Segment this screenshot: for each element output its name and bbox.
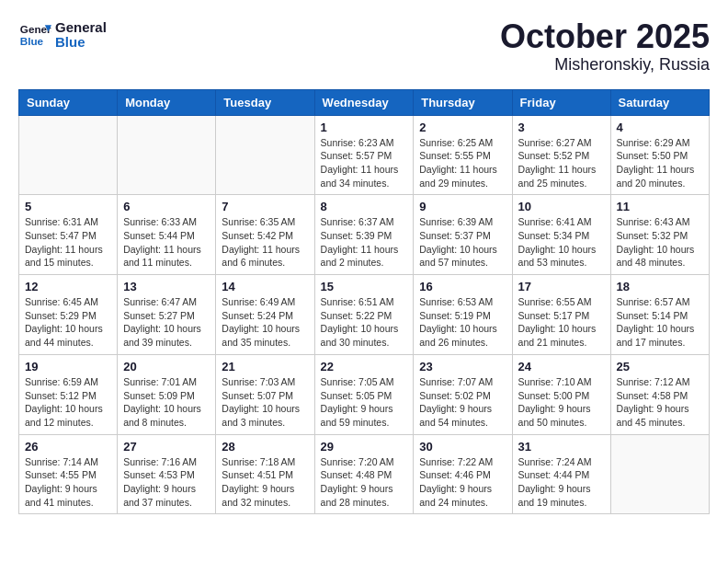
day-number: 2 [419, 121, 506, 134]
day-info: Sunrise: 6:59 AM Sunset: 5:12 PM Dayligh… [25, 375, 111, 430]
day-info: Sunrise: 6:41 AM Sunset: 5:34 PM Dayligh… [518, 215, 605, 270]
day-info: Sunrise: 6:27 AM Sunset: 5:52 PM Dayligh… [518, 136, 605, 190]
day-info: Sunrise: 6:57 AM Sunset: 5:14 PM Dayligh… [617, 295, 703, 350]
day-info: Sunrise: 6:43 AM Sunset: 5:32 PM Dayligh… [617, 215, 703, 270]
table-row: 6Sunrise: 6:33 AM Sunset: 5:44 PM Daylig… [118, 195, 216, 275]
table-row: 1Sunrise: 6:23 AM Sunset: 5:57 PM Daylig… [314, 115, 414, 195]
day-number: 22 [321, 360, 408, 373]
day-info: Sunrise: 6:47 AM Sunset: 5:27 PM Dayligh… [123, 295, 210, 350]
day-info: Sunrise: 6:55 AM Sunset: 5:17 PM Dayligh… [518, 295, 605, 350]
table-row: 30Sunrise: 7:22 AM Sunset: 4:46 PM Dayli… [414, 434, 512, 514]
calendar-week-row: 26Sunrise: 7:14 AM Sunset: 4:55 PM Dayli… [19, 434, 710, 514]
day-info: Sunrise: 7:18 AM Sunset: 4:51 PM Dayligh… [222, 455, 308, 510]
calendar-week-row: 1Sunrise: 6:23 AM Sunset: 5:57 PM Daylig… [19, 115, 710, 195]
day-number: 29 [321, 440, 408, 454]
day-number: 14 [222, 280, 308, 293]
day-info: Sunrise: 6:39 AM Sunset: 5:37 PM Dayligh… [419, 215, 506, 270]
calendar-body: 1Sunrise: 6:23 AM Sunset: 5:57 PM Daylig… [19, 115, 710, 514]
calendar-header-row: Sunday Monday Tuesday Wednesday Thursday… [19, 89, 710, 115]
header-saturday: Saturday [610, 89, 709, 115]
header-monday: Monday [118, 89, 216, 115]
location: Misheronskiy, Russia [500, 55, 710, 75]
day-number: 18 [617, 280, 703, 293]
table-row: 23Sunrise: 7:07 AM Sunset: 5:02 PM Dayli… [414, 354, 512, 434]
logo-line1: General [55, 20, 107, 36]
table-row: 11Sunrise: 6:43 AM Sunset: 5:32 PM Dayli… [610, 195, 709, 275]
header-tuesday: Tuesday [216, 89, 314, 115]
day-info: Sunrise: 6:49 AM Sunset: 5:24 PM Dayligh… [222, 295, 308, 350]
day-number: 19 [25, 360, 111, 373]
table-row: 9Sunrise: 6:39 AM Sunset: 5:37 PM Daylig… [414, 195, 512, 275]
table-row: 20Sunrise: 7:01 AM Sunset: 5:09 PM Dayli… [118, 354, 216, 434]
day-number: 12 [25, 280, 111, 293]
table-row: 12Sunrise: 6:45 AM Sunset: 5:29 PM Dayli… [19, 275, 118, 355]
day-number: 11 [617, 200, 703, 213]
table-row: 7Sunrise: 6:35 AM Sunset: 5:42 PM Daylig… [216, 195, 314, 275]
day-info: Sunrise: 7:14 AM Sunset: 4:55 PM Dayligh… [25, 455, 111, 510]
table-row: 8Sunrise: 6:37 AM Sunset: 5:39 PM Daylig… [314, 195, 414, 275]
table-row: 28Sunrise: 7:18 AM Sunset: 4:51 PM Dayli… [216, 434, 314, 514]
table-row: 3Sunrise: 6:27 AM Sunset: 5:52 PM Daylig… [512, 115, 610, 195]
table-row: 27Sunrise: 7:16 AM Sunset: 4:53 PM Dayli… [118, 434, 216, 514]
table-row: 10Sunrise: 6:41 AM Sunset: 5:34 PM Dayli… [512, 195, 610, 275]
table-row: 19Sunrise: 6:59 AM Sunset: 5:12 PM Dayli… [19, 354, 118, 434]
day-number: 31 [518, 440, 605, 454]
calendar-week-row: 19Sunrise: 6:59 AM Sunset: 5:12 PM Dayli… [19, 354, 710, 434]
day-info: Sunrise: 7:10 AM Sunset: 5:00 PM Dayligh… [518, 375, 605, 430]
calendar-week-row: 12Sunrise: 6:45 AM Sunset: 5:29 PM Dayli… [19, 275, 710, 355]
table-row: 16Sunrise: 6:53 AM Sunset: 5:19 PM Dayli… [414, 275, 512, 355]
day-info: Sunrise: 6:37 AM Sunset: 5:39 PM Dayligh… [321, 215, 408, 270]
calendar-table: Sunday Monday Tuesday Wednesday Thursday… [18, 89, 710, 515]
header-sunday: Sunday [19, 89, 118, 115]
day-info: Sunrise: 6:53 AM Sunset: 5:19 PM Dayligh… [419, 295, 506, 350]
day-number: 24 [518, 360, 605, 373]
table-row: 2Sunrise: 6:25 AM Sunset: 5:55 PM Daylig… [414, 115, 512, 195]
table-row: 4Sunrise: 6:29 AM Sunset: 5:50 PM Daylig… [610, 115, 709, 195]
svg-text:General: General [20, 23, 51, 35]
table-row [19, 115, 118, 195]
logo-line2: Blue [55, 35, 107, 51]
day-number: 23 [419, 360, 506, 373]
day-number: 1 [321, 121, 408, 134]
day-info: Sunrise: 6:29 AM Sunset: 5:50 PM Dayligh… [617, 136, 703, 190]
day-number: 10 [518, 200, 605, 213]
day-info: Sunrise: 6:35 AM Sunset: 5:42 PM Dayligh… [222, 215, 308, 270]
table-row: 14Sunrise: 6:49 AM Sunset: 5:24 PM Dayli… [216, 275, 314, 355]
table-row [610, 434, 709, 514]
day-number: 26 [25, 440, 111, 454]
day-number: 4 [617, 121, 703, 134]
table-row: 17Sunrise: 6:55 AM Sunset: 5:17 PM Dayli… [512, 275, 610, 355]
day-number: 21 [222, 360, 308, 373]
day-number: 7 [222, 200, 308, 213]
day-info: Sunrise: 7:05 AM Sunset: 5:05 PM Dayligh… [321, 375, 408, 430]
day-info: Sunrise: 6:25 AM Sunset: 5:55 PM Dayligh… [419, 136, 506, 190]
day-info: Sunrise: 7:16 AM Sunset: 4:53 PM Dayligh… [123, 455, 210, 510]
day-info: Sunrise: 7:07 AM Sunset: 5:02 PM Dayligh… [419, 375, 506, 430]
header-wednesday: Wednesday [314, 89, 414, 115]
day-info: Sunrise: 6:23 AM Sunset: 5:57 PM Dayligh… [321, 136, 408, 190]
day-number: 16 [419, 280, 506, 293]
day-info: Sunrise: 6:31 AM Sunset: 5:47 PM Dayligh… [25, 215, 111, 270]
day-number: 17 [518, 280, 605, 293]
table-row [216, 115, 314, 195]
page-header: General Blue General Blue October 2025 M… [18, 18, 710, 75]
day-number: 28 [222, 440, 308, 454]
table-row: 21Sunrise: 7:03 AM Sunset: 5:07 PM Dayli… [216, 354, 314, 434]
table-row: 18Sunrise: 6:57 AM Sunset: 5:14 PM Dayli… [610, 275, 709, 355]
day-info: Sunrise: 6:33 AM Sunset: 5:44 PM Dayligh… [123, 215, 210, 270]
day-number: 5 [25, 200, 111, 213]
header-friday: Friday [512, 89, 610, 115]
day-number: 20 [123, 360, 210, 373]
svg-text:Blue: Blue [20, 35, 44, 47]
day-info: Sunrise: 7:24 AM Sunset: 4:44 PM Dayligh… [518, 455, 605, 510]
table-row: 22Sunrise: 7:05 AM Sunset: 5:05 PM Dayli… [314, 354, 414, 434]
header-thursday: Thursday [414, 89, 512, 115]
table-row [118, 115, 216, 195]
day-number: 25 [617, 360, 703, 373]
day-info: Sunrise: 7:12 AM Sunset: 4:58 PM Dayligh… [617, 375, 703, 430]
day-number: 3 [518, 121, 605, 134]
table-row: 5Sunrise: 6:31 AM Sunset: 5:47 PM Daylig… [19, 195, 118, 275]
table-row: 26Sunrise: 7:14 AM Sunset: 4:55 PM Dayli… [19, 434, 118, 514]
table-row: 25Sunrise: 7:12 AM Sunset: 4:58 PM Dayli… [610, 354, 709, 434]
table-row: 13Sunrise: 6:47 AM Sunset: 5:27 PM Dayli… [118, 275, 216, 355]
